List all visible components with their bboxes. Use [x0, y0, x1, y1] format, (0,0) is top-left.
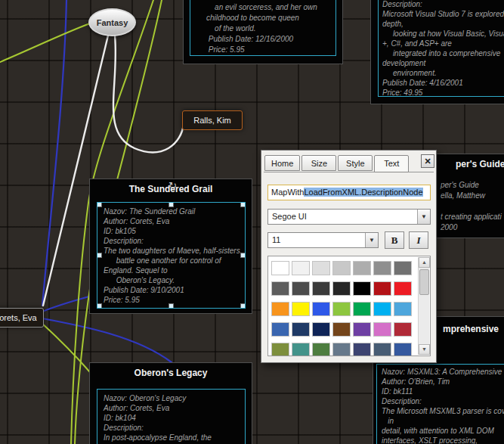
- node-visual-studio-partial[interactable]: Description:Microsoft Visual Studio 7 is…: [370, 0, 504, 104]
- font-family-select[interactable]: Segoe UI ▼: [267, 209, 431, 225]
- text-line: per's Guide: [441, 180, 502, 191]
- color-swatch[interactable]: [292, 281, 310, 296]
- close-button[interactable]: ✕: [421, 154, 434, 168]
- node-corets-eva[interactable]: Corets, Eva: [0, 308, 44, 328]
- node-midnight-rain-partial[interactable]: an evil sorceress, and her ownchildhood …: [183, 0, 343, 64]
- swatch-row: [271, 302, 412, 316]
- bold-button[interactable]: B: [385, 231, 404, 249]
- scroll-up-icon[interactable]: ▲: [419, 257, 430, 268]
- color-swatch[interactable]: [353, 261, 371, 275]
- node-ralls-kim[interactable]: Ralls, Kim: [182, 110, 243, 130]
- selection-handle[interactable]: [97, 303, 102, 309]
- color-swatch[interactable]: [353, 281, 371, 296]
- color-swatch[interactable]: [312, 322, 330, 337]
- italic-button[interactable]: I: [409, 231, 428, 249]
- color-swatch[interactable]: [271, 261, 289, 275]
- node-fantasy-label: Fantasy: [97, 18, 128, 27]
- text-line: Oberon's Legacy.: [104, 275, 245, 285]
- color-swatch[interactable]: [394, 281, 412, 296]
- color-swatch[interactable]: [312, 281, 330, 296]
- settings-tab-strip: HomeSizeStyleText: [264, 155, 409, 172]
- color-swatch[interactable]: [271, 302, 289, 316]
- color-swatch[interactable]: [373, 302, 391, 316]
- swatch-row: [271, 261, 412, 275]
- selection-handle[interactable]: [169, 202, 174, 207]
- text-line: looking at how Visual Basic, Visual: [382, 29, 504, 39]
- text-line: interfaces, XSLT processing,: [382, 436, 504, 444]
- color-swatch[interactable]: [394, 261, 412, 275]
- text-line: Publish Date: 4/16/2001: [382, 78, 504, 88]
- edge: [42, 297, 89, 312]
- node-body-text: an evil sorceress, and her ownchildhood …: [206, 2, 317, 55]
- color-swatch[interactable]: [292, 322, 310, 337]
- chevron-down-icon[interactable]: ▼: [365, 233, 378, 247]
- color-swatch[interactable]: [373, 281, 391, 296]
- node-xml-dev-guide-partial[interactable]: per's Guide per's Guideella, Matthew t c…: [435, 154, 504, 238]
- scroll-down-icon[interactable]: ▼: [419, 344, 430, 355]
- color-swatch[interactable]: [373, 343, 391, 356]
- node-xml-dev-guide-title: per's Guide: [456, 159, 504, 169]
- text-line: 2000: [441, 222, 502, 233]
- text-line: environment.: [382, 68, 504, 78]
- selection-handle[interactable]: [240, 303, 246, 309]
- palette-scrollbar[interactable]: ▲ ▼: [418, 257, 429, 355]
- text-value-input[interactable]: MapWithLoadFromXML.DescriptionNode: [267, 185, 431, 200]
- text-line: England. Sequel to: [104, 265, 245, 275]
- color-swatch[interactable]: [394, 322, 412, 337]
- text-line: Publish Date: 9/10/2001: [104, 285, 245, 295]
- text-line: detail, with attention to XML DOM: [382, 426, 504, 436]
- color-swatch[interactable]: [353, 322, 371, 337]
- node-msxml-title: mprehensive: [443, 324, 499, 334]
- node-oberons-legacy[interactable]: Oberon's Legacy Nazov: Oberon's LegacyAu…: [89, 362, 252, 444]
- swatch-row: [271, 343, 412, 356]
- color-swatch[interactable]: [312, 343, 330, 356]
- color-swatch[interactable]: [373, 322, 391, 337]
- selection-handle[interactable]: [169, 303, 174, 309]
- color-swatch[interactable]: [332, 302, 351, 316]
- text-line: Publish Date: 12/16/2000: [206, 34, 317, 45]
- color-swatch[interactable]: [394, 343, 412, 356]
- selection-handle[interactable]: [240, 202, 246, 207]
- color-swatch-grid: [271, 261, 412, 356]
- tab-style[interactable]: Style: [338, 155, 373, 171]
- node-fantasy[interactable]: Fantasy: [88, 8, 136, 36]
- text-line: The two daughters of Maeve, half-sisters…: [104, 246, 245, 256]
- color-swatch[interactable]: [292, 261, 310, 275]
- color-swatch[interactable]: [292, 302, 310, 316]
- node-sundered-grail[interactable]: The Sundered Grail ↻ Nazov: The Sundered…: [89, 179, 252, 314]
- color-swatch[interactable]: [332, 343, 351, 356]
- text-line: Author: Corets, Eva: [104, 403, 245, 413]
- chevron-down-icon[interactable]: ▼: [417, 210, 430, 224]
- text-line: In post-apocalypse England, the: [104, 433, 245, 442]
- scrollbar-thumb[interactable]: [419, 269, 429, 295]
- node-sundered-grail-body[interactable]: Nazov: The Sundered GrailAuthor: Corets,…: [97, 202, 246, 309]
- text-line: childhood to become queen: [206, 13, 317, 23]
- text-line: Microsoft Visual Studio 7 is explored in: [382, 9, 504, 19]
- selection-handle[interactable]: [240, 253, 246, 258]
- color-swatch[interactable]: [271, 343, 289, 356]
- selection-handle[interactable]: [97, 202, 102, 207]
- color-swatch[interactable]: [271, 281, 289, 296]
- color-swatch[interactable]: [312, 302, 330, 316]
- tab-size[interactable]: Size: [301, 155, 336, 171]
- color-swatch[interactable]: [312, 261, 330, 275]
- edge: [0, 23, 90, 62]
- rotate-handle-icon[interactable]: ↻: [169, 181, 177, 191]
- diagram-canvas[interactable]: Fantasy Ralls, Kim Corets, Eva an evil s…: [0, 0, 504, 444]
- color-swatch[interactable]: [353, 343, 371, 356]
- color-swatch[interactable]: [373, 261, 391, 275]
- color-swatch[interactable]: [394, 302, 412, 316]
- text-line: ID: bk111: [382, 387, 504, 396]
- color-swatch[interactable]: [332, 261, 351, 275]
- font-size-select[interactable]: 11 ▼: [267, 232, 379, 248]
- color-swatch[interactable]: [271, 322, 289, 337]
- tab-text[interactable]: Text: [374, 155, 409, 172]
- color-swatch[interactable]: [292, 343, 310, 356]
- selection-handle[interactable]: [97, 253, 102, 258]
- text-line: depth,: [382, 19, 504, 29]
- color-swatch[interactable]: [353, 302, 371, 316]
- color-swatch[interactable]: [332, 281, 351, 296]
- text-line: +, C#, and ASP+ are: [382, 39, 504, 48]
- color-swatch[interactable]: [332, 322, 351, 337]
- tab-home[interactable]: Home: [264, 155, 300, 171]
